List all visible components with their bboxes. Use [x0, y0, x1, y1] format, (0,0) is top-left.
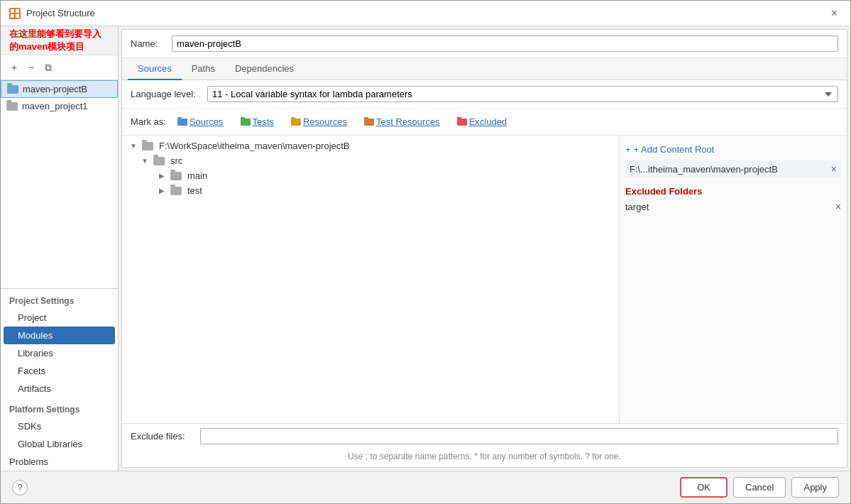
- language-level-label: Language level:: [131, 89, 202, 99]
- bottom-bar: ? OK Cancel Apply: [1, 471, 850, 503]
- root-folder-icon: [142, 142, 153, 150]
- tab-dependencies[interactable]: Dependencies: [225, 58, 304, 80]
- svg-rect-0: [11, 9, 14, 13]
- sidebar-item-sdks[interactable]: SDKs: [1, 417, 118, 435]
- svg-rect-1: [16, 9, 19, 13]
- tree-src-item[interactable]: ▼ src: [122, 153, 619, 168]
- ok-button[interactable]: OK: [680, 477, 728, 498]
- title-bar: Project Structure ×: [1, 1, 850, 26]
- tree-root-label: F:\WorkSpace\itheima_maven\maven-project…: [156, 141, 350, 151]
- sidebar-label-problems: Problems: [9, 456, 48, 467]
- sidebar-item-problems[interactable]: Problems: [1, 453, 118, 471]
- sources-tab-content: Language level: 11 - Local variable synt…: [122, 80, 847, 467]
- sidebar-item-global-libraries[interactable]: Global Libraries: [1, 435, 118, 453]
- folder-icon-gray: [6, 102, 18, 111]
- apply-button[interactable]: Apply: [791, 477, 839, 498]
- sidebar-label-project: Project: [18, 312, 46, 323]
- sidebar-label-modules: Modules: [18, 330, 53, 341]
- resources-folder-icon: [291, 119, 301, 126]
- left-column: 在这里能够看到要导入的maven模块项目 + − ⧉ maven-project…: [1, 26, 119, 471]
- sidebar-item-project[interactable]: Project: [1, 309, 118, 327]
- annotation-text: 在这里能够看到要导入的maven模块项目: [9, 28, 101, 52]
- content-root-item: F:\...itheima_maven\maven-projectB ×: [625, 160, 841, 177]
- tree-toggle-main[interactable]: ▶: [156, 172, 168, 180]
- sidebar-label-global-libraries: Global Libraries: [18, 439, 82, 449]
- svg-rect-3: [16, 14, 19, 18]
- tree-src-label: src: [168, 155, 182, 166]
- test-folder-icon: [170, 187, 182, 195]
- platform-settings-label: Platform Settings: [1, 398, 118, 417]
- detail-panel: Name: Sources Paths Dependencies: [121, 29, 847, 468]
- mark-sources-button[interactable]: Sources: [172, 114, 229, 129]
- main-folder-icon: [170, 172, 182, 180]
- tree-root-item[interactable]: ▼ F:\WorkSpace\itheima_maven\maven-proje…: [122, 138, 619, 153]
- sidebar: Project Settings Project Modules Librari…: [1, 288, 118, 471]
- tabs-bar: Sources Paths Dependencies: [122, 58, 847, 80]
- exclude-files-input[interactable]: [200, 428, 838, 444]
- module-item-label: maven-projectB: [23, 84, 87, 94]
- sidebar-label-sdks: SDKs: [18, 421, 41, 432]
- tab-sources[interactable]: Sources: [128, 58, 182, 80]
- close-button[interactable]: ×: [827, 6, 842, 21]
- sources-container: ▼ F:\WorkSpace\itheima_maven\maven-proje…: [122, 136, 847, 423]
- mark-tests-button[interactable]: Tests: [235, 114, 280, 129]
- module-item-projectB[interactable]: maven-projectB: [1, 80, 118, 98]
- mark-excluded-button[interactable]: Excluded: [451, 114, 512, 129]
- mark-as-label: Mark as:: [131, 116, 166, 127]
- remove-module-button[interactable]: −: [23, 60, 39, 75]
- tree-toggle-root[interactable]: ▼: [128, 142, 139, 150]
- sidebar-label-artifacts: Artifacts: [18, 383, 51, 394]
- name-label: Name:: [131, 38, 166, 49]
- module-list: maven-projectB maven_project1: [1, 80, 118, 288]
- add-icon: +: [625, 144, 631, 155]
- tab-paths[interactable]: Paths: [182, 58, 225, 80]
- project-settings-label: Project Settings: [1, 292, 118, 309]
- test-resources-folder-icon: [364, 119, 374, 126]
- module-item-project1[interactable]: maven_project1: [1, 98, 118, 114]
- tree-test-label: test: [185, 185, 202, 196]
- excluded-folders-label: Excluded Folders: [625, 183, 841, 199]
- mark-as-row: Mark as: Sources Tests Resources: [122, 109, 847, 136]
- exclude-hint: Use ; to separate name patterns, * for a…: [122, 449, 847, 467]
- dialog-title: Project Structure: [26, 8, 821, 18]
- folder-icon-blue: [7, 85, 18, 94]
- tree-main-label: main: [185, 170, 207, 181]
- annotation-bar: 在这里能够看到要导入的maven模块项目: [1, 26, 118, 55]
- add-content-root-button[interactable]: + + Add Content Root: [625, 141, 714, 158]
- copy-module-button[interactable]: ⧉: [40, 60, 56, 75]
- excluded-item-close-button[interactable]: ×: [835, 201, 841, 212]
- exclude-files-row: Exclude files:: [122, 423, 847, 449]
- sidebar-label-libraries: Libraries: [18, 348, 53, 358]
- mark-resources-button[interactable]: Resources: [285, 114, 353, 129]
- cancel-button[interactable]: Cancel: [733, 477, 786, 498]
- svg-rect-2: [11, 14, 14, 18]
- name-input[interactable]: [172, 35, 838, 52]
- help-button[interactable]: ?: [12, 480, 28, 495]
- tree-main-item[interactable]: ▶ main: [122, 168, 619, 183]
- file-tree-panel: ▼ F:\WorkSpace\itheima_maven\maven-proje…: [122, 136, 620, 423]
- language-level-select[interactable]: 11 - Local variable syntax for lambda pa…: [207, 86, 838, 102]
- sidebar-item-libraries[interactable]: Libraries: [1, 344, 118, 362]
- content-root-panel: + + Add Content Root F:\...itheima_maven…: [620, 136, 847, 423]
- sources-folder-icon: [177, 119, 187, 126]
- tree-toggle-src[interactable]: ▼: [139, 157, 150, 165]
- content-root-close-button[interactable]: ×: [831, 163, 837, 175]
- name-row: Name:: [122, 30, 847, 58]
- excluded-item-name: target: [625, 202, 649, 212]
- sidebar-item-artifacts[interactable]: Artifacts: [1, 380, 118, 398]
- module-toolbar: + − ⧉: [1, 55, 118, 80]
- tree-toggle-test[interactable]: ▶: [156, 187, 168, 195]
- mark-test-resources-button[interactable]: Test Resources: [358, 114, 446, 129]
- excluded-folder-icon: [457, 119, 467, 126]
- tests-folder-icon: [241, 119, 251, 126]
- src-folder-icon: [153, 157, 165, 165]
- right-panel: Name: Sources Paths Dependencies: [119, 26, 850, 471]
- sidebar-item-facets[interactable]: Facets: [1, 362, 118, 380]
- add-module-button[interactable]: +: [6, 60, 22, 75]
- main-content: 在这里能够看到要导入的maven模块项目 + − ⧉ maven-project…: [1, 26, 850, 471]
- tree-test-item[interactable]: ▶ test: [122, 183, 619, 198]
- sidebar-label-facets: Facets: [18, 366, 45, 376]
- bottom-right-buttons: OK Cancel Apply: [680, 477, 839, 498]
- sidebar-item-modules[interactable]: Modules: [4, 327, 115, 344]
- app-icon: [9, 8, 21, 19]
